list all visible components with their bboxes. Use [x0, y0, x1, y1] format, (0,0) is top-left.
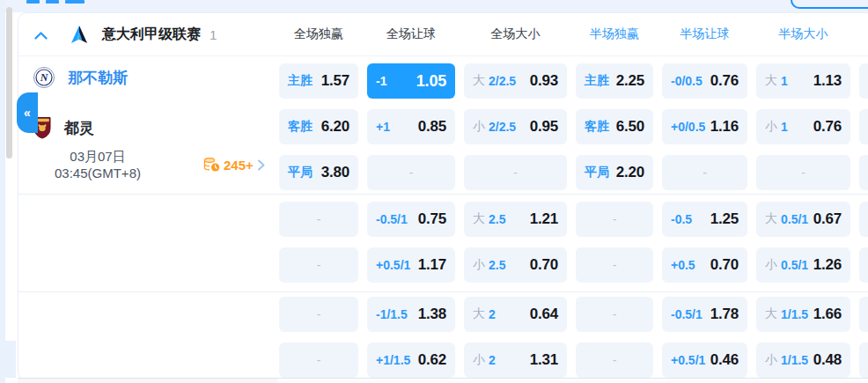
odds-group: --1/1.51.38大20.64--0.5/11.78大1/1.51.66-+… [18, 291, 868, 379]
odds-cell[interactable]: 主胜1.57 [279, 63, 358, 99]
odds-value: 0.48 [813, 351, 842, 369]
odds-value: 1.16 [710, 118, 739, 136]
odds-cell[interactable]: 客胜6.20 [279, 109, 358, 144]
odds-cell[interactable]: 大2/2.50.93 [464, 63, 567, 99]
odds-cell[interactable]: -0.5/11.78 [662, 297, 747, 332]
next-match-row-partial [18, 378, 868, 383]
odds-label: +0.5 [671, 258, 695, 272]
column-header-ft-overunder: 全场大小 [464, 26, 567, 42]
odds-label: -0.5/1 [376, 212, 408, 226]
odds-cell[interactable]: 小1/1.50.48 [756, 342, 850, 378]
odds-cell[interactable]: 小10.76 [756, 109, 850, 144]
odds-row: 客胜6.20+10.85小2/2.50.95客胜6.50+0/0.51.16小1… [279, 109, 868, 144]
napoli-team-logo-icon: N [33, 66, 55, 89]
odds-label: 小2.5 [473, 257, 505, 273]
scrollbar-thumb[interactable] [6, 7, 12, 158]
chevron-up-icon[interactable] [34, 32, 48, 40]
odds-cell[interactable]: 大2.51.21 [464, 202, 567, 237]
odds-cell[interactable]: +0/0.51.16 [662, 109, 747, 144]
odds-cell-empty: - [279, 342, 358, 378]
home-team-name[interactable]: 那不勒斯 [68, 68, 128, 88]
odds-cell[interactable]: -0.5/10.75 [367, 202, 455, 237]
page-left-rail [0, 0, 5, 383]
odds-cell[interactable]: 小21.31 [464, 342, 567, 378]
league-title-group: 意大利甲级联赛 1 [34, 13, 217, 55]
chevron-right-icon [257, 159, 265, 171]
odds-value: 1.25 [710, 210, 739, 228]
odds-label: -0.5/1 [671, 307, 702, 321]
odds-label: +0.5/1 [671, 353, 705, 367]
odds-cell[interactable]: +0.5/11.17 [367, 247, 455, 283]
page-left-rail-bottom [0, 341, 16, 378]
league-title: 意大利甲级联赛 [102, 26, 201, 44]
odds-cell[interactable]: 大20.64 [464, 297, 567, 332]
odds-cell[interactable]: -0/0.50.76 [662, 63, 747, 99]
odds-label: 小2 [473, 352, 496, 368]
odds-cell[interactable]: -0.51.25 [662, 202, 747, 237]
top-tab-clipped[interactable] [26, 0, 85, 4]
match-datetime: 03月07日 03:45(GMT+8) [27, 148, 168, 181]
odds-cell[interactable]: 平局3.80 [279, 155, 358, 190]
odds-row: --0.5/10.75大2.51.21--0.51.25大0.5/10.67 [279, 202, 868, 237]
odds-cell[interactable]: +0.5/10.46 [662, 342, 747, 378]
odds-cell-empty: - [367, 155, 455, 190]
odds-label: 客胜 [288, 119, 313, 135]
league-match-count: 1 [210, 27, 217, 42]
odds-value: 0.76 [710, 72, 739, 90]
odds-cell[interactable]: 小2.50.70 [464, 247, 567, 283]
odds-cell[interactable]: 小0.5/11.26 [756, 247, 850, 283]
column-header-ht-overunder: 半场大小 [756, 26, 850, 42]
odds-cell[interactable]: 大11.13 [756, 63, 850, 99]
odds-cell[interactable]: 大1/1.51.66 [756, 297, 850, 332]
odds-cell-empty: - [576, 342, 653, 378]
odds-value: 0.64 [530, 306, 558, 323]
odds-label: 大1/1.5 [765, 306, 808, 322]
collapse-left-icon: « [24, 106, 31, 120]
odds-group: --0.5/10.75大2.51.21--0.51.25大0.5/10.67-+… [18, 194, 868, 291]
home-team-row[interactable]: N 那不勒斯 [33, 66, 128, 89]
odds-cell[interactable]: +10.85 [367, 109, 455, 144]
odds-cell[interactable]: +1/1.50.62 [367, 342, 455, 378]
odds-label: 客胜 [585, 119, 609, 135]
odds-value: 1.31 [530, 351, 558, 369]
odds-cell[interactable]: 大0.5/10.67 [756, 202, 850, 237]
odds-cell[interactable]: 主胜2.25 [576, 63, 653, 99]
league-header: 意大利甲级联赛 1 全场独赢 全场让球 全场大小 半场独赢 半场让球 半场大小 [18, 13, 868, 56]
odds-cell[interactable]: 客胜6.50 [576, 109, 653, 144]
odds-cell[interactable]: 小2/2.50.95 [464, 109, 567, 144]
odds-cell[interactable]: +0.50.70 [662, 247, 747, 283]
odds-label: 平局 [585, 165, 609, 180]
odds-value: 0.93 [530, 72, 558, 90]
away-team-name[interactable]: 都灵 [64, 118, 94, 138]
odds-label: 主胜 [585, 73, 609, 89]
odds-cell-clipped [859, 63, 868, 99]
match-date: 03月07日 [27, 148, 168, 165]
odds-label: -1/1.5 [376, 307, 408, 321]
active-panel-border-partial [791, 0, 868, 9]
column-header-ft-handicap: 全场让球 [367, 26, 455, 42]
collapse-sidebar-tab[interactable]: « [17, 92, 38, 133]
more-markets-button[interactable]: 245+ [203, 157, 265, 173]
odds-value: 0.75 [418, 210, 446, 228]
odds-value: 0.67 [813, 210, 842, 228]
odds-value: 1.57 [321, 72, 349, 90]
odds-value: 1.17 [418, 256, 446, 274]
odds-cell[interactable]: -1/1.51.38 [367, 297, 455, 332]
odds-cell[interactable]: 平局2.20 [576, 155, 653, 190]
odds-value: 0.70 [710, 256, 739, 274]
odds-cell[interactable]: -11.05 [367, 63, 455, 99]
odds-cell-clipped [859, 202, 868, 237]
odds-cell-clipped [859, 247, 868, 283]
odds-label: 大1 [765, 73, 788, 89]
odds-value: 6.50 [616, 118, 644, 136]
odds-value: 1.05 [416, 72, 446, 91]
odds-value: 3.80 [321, 164, 349, 181]
away-team-row[interactable]: 都灵 [33, 116, 94, 139]
odds-label: 主胜 [288, 73, 313, 89]
odds-cell-empty: - [662, 155, 747, 190]
match-info-panel: N 那不勒斯 都灵 03月07日 03:45(GMT+8) 245+ [18, 56, 279, 194]
odds-cell-empty: - [279, 247, 358, 283]
odds-label: -0/0.5 [671, 74, 702, 88]
odds-cell-empty: - [279, 297, 358, 332]
odds-value: 1.13 [813, 72, 842, 90]
